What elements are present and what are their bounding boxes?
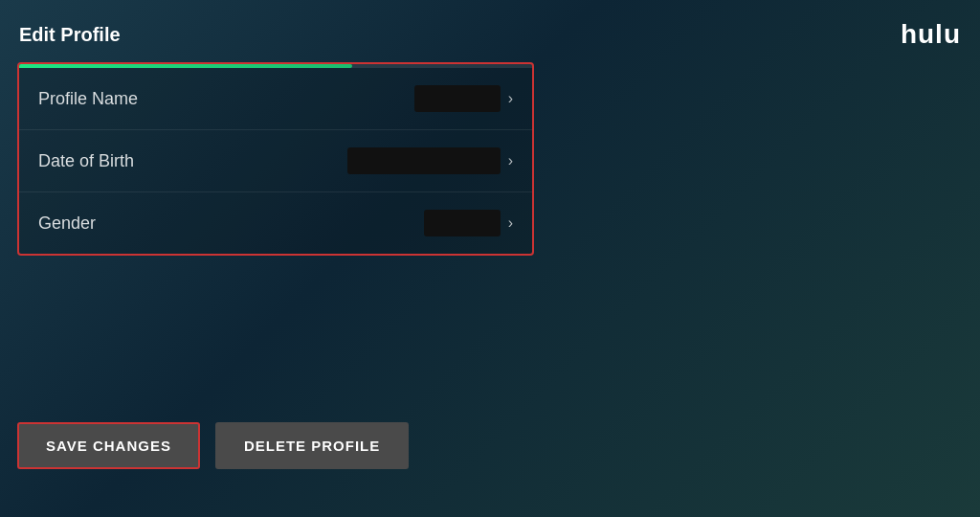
delete-profile-button[interactable]: DELETE PROFILE [215, 422, 409, 469]
gender-label: Gender [38, 214, 96, 234]
gender-value-box [424, 210, 501, 236]
profile-form: Profile Name › Date of Birth › Gender › [17, 62, 534, 256]
hulu-logo: hulu [901, 19, 961, 50]
profile-name-value-group: › [414, 85, 513, 112]
progress-bar-fill [19, 64, 352, 68]
progress-bar-container [19, 64, 532, 68]
dob-value-box [347, 147, 501, 174]
profile-name-label: Profile Name [38, 89, 138, 109]
dob-chevron-icon: › [508, 152, 513, 169]
header: Edit Profile hulu [19, 19, 961, 50]
dob-value-group: › [347, 147, 513, 174]
gender-value-group: › [424, 210, 513, 236]
gender-row[interactable]: Gender › [19, 192, 532, 254]
profile-name-row[interactable]: Profile Name › [19, 68, 532, 130]
profile-name-value-box [414, 85, 501, 112]
buttons-section: SAVE CHANGES DELETE PROFILE [17, 422, 409, 469]
gender-chevron-icon: › [508, 214, 513, 232]
dob-label: Date of Birth [38, 151, 134, 171]
dob-row[interactable]: Date of Birth › [19, 130, 532, 192]
main-content: Profile Name › Date of Birth › Gender › [17, 62, 534, 256]
save-changes-button[interactable]: SAVE CHANGES [17, 422, 200, 469]
page-title: Edit Profile [19, 24, 121, 46]
profile-name-chevron-icon: › [508, 90, 513, 107]
